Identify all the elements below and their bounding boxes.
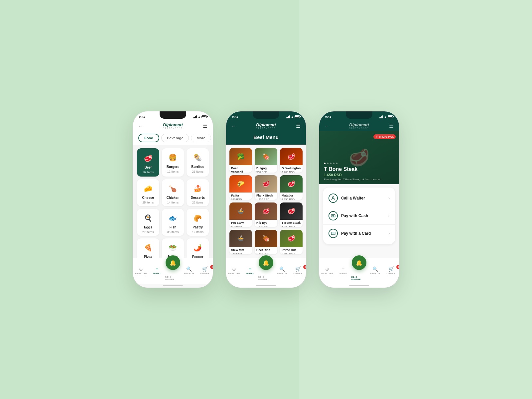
call-waiter-btn-3[interactable]: 🔔 [352,255,366,270]
bottom-nav-1: ⊕ EXPLORE ≡ MENU 🔔 CALL WAITER 🔍 SEARCH … [133,258,213,284]
menu-item-stew-mix[interactable]: 🍲 Stew Mix 750 RSD [229,230,252,254]
cat-chicken[interactable]: 🍗 Chicken 14 Items [162,179,184,206]
nav-menu-2[interactable]: ≡ MENU [242,266,258,275]
notch-2 [253,111,279,119]
menu-icon-2: ≡ [249,266,251,272]
menu-item-wellington[interactable]: 🥩 B. Wellington 1.200 RSD [280,148,303,173]
cat-count-chicken: 14 Items [167,201,179,204]
call-waiter-btn-2[interactable]: 🔔 [259,255,273,270]
cat-count-eggs: 27 Items [142,230,154,234]
price-tbone: 1.650 RSD [282,225,301,227]
call-label-2: CALL WAITER [258,276,274,281]
nav-order-1[interactable]: 🛒 4 ORDER [197,266,213,275]
cat-count-burritos: 21 Items [192,170,203,173]
cat-pastry[interactable]: 🥐 Pastry 12 Items [187,209,209,236]
menu-btn-1[interactable]: ☰ [203,123,207,129]
cat-eggs[interactable]: 🍳 Eggs 27 Items [137,209,159,236]
cat-burritos[interactable]: 🌯 Burritos 21 Items [187,148,209,177]
nav-order-2[interactable]: 🛒 4 ORDER [290,266,306,275]
cat-pepper[interactable]: 🌶️ Pepper 7 Items [187,238,209,258]
cat-pizza[interactable]: 🍕 Pizza 18 Items [137,238,159,258]
nav-call-2[interactable]: 🔔 CALL WAITER [258,260,274,281]
menu-btn-2[interactable]: ☰ [296,123,301,129]
back-btn-2[interactable]: ← [231,123,236,129]
cat-cheese[interactable]: 🧀 Cheese 25 items [137,179,159,206]
cat-fish[interactable]: 🐟 Fish 35 Items [162,209,184,236]
name-beef-ribs: Beef Ribs [256,248,276,252]
name-matador: Matador [282,194,301,198]
nav-explore-3[interactable]: ⊕ EXPLORE [319,266,335,275]
price-stew-mix: 750 RSD [231,252,250,254]
nav-menu-1[interactable]: ≡ MENU [149,266,165,275]
cat-name-chicken: Chicken [167,196,180,200]
img-fajita: 🌮 [229,175,252,193]
menu-grid: 🥦 Beef Broccoli 980 RSD 🍖 Bulgogi 950 RS… [226,145,306,258]
nav-search-1[interactable]: 🔍 SEARCH [181,266,197,275]
phones-container: 9:41 ▲ ← Diplomatt RESTAURANT ☰ Food Bev… [133,111,399,288]
menu-item-beef-broccoli[interactable]: 🥦 Beef Broccoli 980 RSD [229,148,252,173]
order-badge-1: 4 [210,265,213,269]
explore-icon-1: ⊕ [139,266,143,272]
menu-item-rib-eye[interactable]: 🥩 Rib Eye 1.100 RSD [255,202,277,227]
name-tbone: T Bone Steak [282,221,301,225]
nav-explore-1[interactable]: ⊕ EXPLORE [133,266,149,275]
cat-burgers[interactable]: 🍔 Burgers 12 Items [162,148,184,177]
menu-btn-3[interactable]: ☰ [389,123,394,129]
nav-call-1[interactable]: 🔔 CALL WAITER [165,260,181,281]
nav-order-3[interactable]: 🛒 4 ORDER [383,266,399,275]
menu-item-pot-stew[interactable]: 🍲 Pot Stew 800 RSD [229,202,252,227]
tab-more[interactable]: More [191,134,211,142]
cat-salads[interactable]: 🥗 Salads 9 Items [162,238,184,258]
back-btn-3[interactable]: ← [325,123,329,129]
header-3: ← Diplomatt RESTAURANT ☰ [319,121,399,131]
call-waiter-btn-1[interactable]: 🔔 [166,255,180,270]
order-label-2: ORDER [294,272,303,275]
info-tbone: T Bone Steak 1.650 RSD [280,220,303,227]
order-badge-3: 4 [396,265,399,269]
search-icon-2: 🔍 [279,266,285,272]
wifi-1: ▲ [198,115,200,118]
search-label-1: SEARCH [184,272,194,275]
price-fajita: 980 RSD [231,198,250,200]
svg-point-2 [332,215,334,216]
nav-menu-3[interactable]: ≡ MENU [335,266,351,275]
img-flank: 🥩 [255,175,277,193]
pay-card-action[interactable]: Pay with a Card › [323,225,395,242]
info-bulgogi: Bulgogi 950 RSD [255,165,277,173]
info-beef-broccoli: Beef Broccoli 980 RSD [229,165,252,173]
menu-item-matador[interactable]: 🥩 Matador 1.950 RSD [280,175,303,200]
signal-3 [379,115,383,118]
cat-beef[interactable]: 🥩 Beef 16 items [137,148,159,177]
order-icon-3: 🛒 [388,266,394,272]
food-hero: 🥩 T Bone Steak 1.650 RSD Premium grilled… [319,131,399,184]
call-waiter-action[interactable]: Call a Waiter › [323,190,395,207]
cat-count-fish: 35 Items [167,230,179,234]
img-beef-ribs: 🍖 [255,230,277,247]
pay-cash-action[interactable]: Pay with Cash › [323,207,395,225]
hero-dots [324,163,394,164]
menu-item-prime-cut[interactable]: 🥩 Prime Cut 2.100 RSD [280,230,303,254]
menu-item-bulgogi[interactable]: 🍖 Bulgogi 950 RSD [255,148,277,173]
nav-search-3[interactable]: 🔍 SEARCH [367,266,383,275]
menu-item-beef-ribs[interactable]: 🍖 Beef Ribs 1.400 RSD [255,230,277,254]
nav-explore-2[interactable]: ⊕ EXPLORE [226,266,242,275]
img-matador: 🥩 [280,175,303,193]
tab-food[interactable]: Food [138,134,159,142]
cat-icon-burgers: 🍔 [167,152,179,164]
cat-icon-pepper: 🌶️ [192,242,204,254]
menu-item-fajita[interactable]: 🌮 Fajita 980 RSD [229,175,252,200]
nav-search-2[interactable]: 🔍 SEARCH [274,266,290,275]
menu-item-tbone[interactable]: 🥩 T Bone Steak 1.650 RSD [280,202,303,227]
cat-desserts[interactable]: 🍰 Desserts 22 items [187,179,209,206]
menu-item-flank[interactable]: 🥩 Flank Steak 1.300 RSD [255,175,277,200]
nav-call-3[interactable]: 🔔 CALL WAITER [351,260,367,281]
cat-count-desserts: 22 items [192,201,203,204]
name-prime-cut: Prime Cut [282,248,301,252]
info-matador: Matador 1.950 RSD [280,193,303,200]
cat-name-burritos: Burritos [191,165,204,169]
logo-2: Diplomatt [256,123,276,127]
tab-beverage[interactable]: Beverage [161,134,189,142]
battery-1 [201,115,207,118]
back-btn-1[interactable]: ← [138,123,143,129]
pay-cash-left: Pay with Cash [329,211,368,220]
